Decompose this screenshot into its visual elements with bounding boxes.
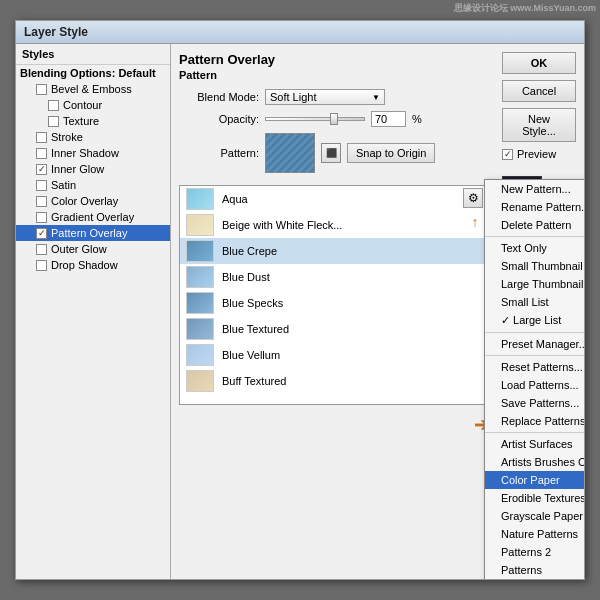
opacity-percent: % — [412, 113, 422, 125]
blend-mode-row: Blend Mode: Soft Light ▼ — [179, 89, 486, 105]
style-item-satin[interactable]: Satin — [16, 177, 170, 193]
pattern-item-blue-vellum[interactable]: Blue Vellum — [180, 342, 485, 368]
menu-divider-4 — [485, 432, 584, 433]
pattern-thumb-buff — [186, 370, 214, 392]
blend-mode-dropdown[interactable]: Soft Light ▼ — [265, 89, 385, 105]
pattern-name-blue-crepe: Blue Crepe — [222, 245, 277, 257]
contour-checkbox[interactable] — [48, 100, 59, 111]
opacity-row: Opacity: % — [179, 111, 486, 127]
gear-icon[interactable]: ⚙ — [463, 188, 483, 208]
menu-item-nature-patterns[interactable]: Nature Patterns — [485, 525, 584, 543]
style-item-contour[interactable]: Contour — [16, 97, 170, 113]
menu-item-grayscale-paper[interactable]: Grayscale Paper — [485, 507, 584, 525]
texture-checkbox[interactable] — [48, 116, 59, 127]
pattern-name-blue-dust: Blue Dust — [222, 271, 270, 283]
menu-divider-3 — [485, 355, 584, 356]
menu-item-rename-pattern[interactable]: Rename Pattern... — [485, 198, 584, 216]
menu-item-load-patterns[interactable]: Load Patterns... — [485, 376, 584, 394]
menu-item-artists-brushes-canvas[interactable]: Artists Brushes Canvas — [485, 453, 584, 471]
menu-item-new-pattern[interactable]: New Pattern... — [485, 180, 584, 198]
style-item-inner-shadow[interactable]: Inner Shadow — [16, 145, 170, 161]
style-item-gradient-overlay[interactable]: Gradient Overlay — [16, 209, 170, 225]
pattern-options-icon[interactable]: ⬛ — [321, 143, 341, 163]
pattern-overlay-checkbox[interactable] — [36, 228, 47, 239]
satin-checkbox[interactable] — [36, 180, 47, 191]
menu-item-small-list[interactable]: Small List — [485, 293, 584, 311]
pattern-thumb-blue-specks — [186, 292, 214, 314]
pattern-thumb-blue-vellum — [186, 344, 214, 366]
drop-shadow-checkbox[interactable] — [36, 260, 47, 271]
menu-item-replace-patterns[interactable]: Replace Patterns... — [485, 412, 584, 430]
menu-item-artist-surfaces[interactable]: Artist Surfaces — [485, 435, 584, 453]
pattern-thumb-blue-dust — [186, 266, 214, 288]
menu-item-large-thumbnail[interactable]: Large Thumbnail — [485, 275, 584, 293]
opacity-input[interactable] — [371, 111, 406, 127]
pattern-item-blue-dust[interactable]: Blue Dust — [180, 264, 485, 290]
pattern-name-blue-vellum: Blue Vellum — [222, 349, 280, 361]
style-item-stroke[interactable]: Stroke — [16, 129, 170, 145]
opacity-slider[interactable] — [265, 117, 365, 121]
style-item-drop-shadow[interactable]: Drop Shadow — [16, 257, 170, 273]
pattern-thumb-beige — [186, 214, 214, 236]
menu-item-reset-patterns[interactable]: Reset Patterns... — [485, 358, 584, 376]
menu-item-text-only[interactable]: Text Only — [485, 239, 584, 257]
style-item-texture[interactable]: Texture — [16, 113, 170, 129]
pattern-list-container: Aqua Beige with White Fleck... Blue Crep… — [179, 185, 486, 405]
new-style-button[interactable]: New Style... — [502, 108, 576, 142]
style-item-blending[interactable]: Blending Options: Default — [16, 65, 170, 81]
context-menu: New Pattern... Rename Pattern... Delete … — [484, 179, 584, 579]
inner-glow-checkbox[interactable] — [36, 164, 47, 175]
dialog-content: Styles Blending Options: Default Bevel &… — [16, 44, 584, 579]
style-item-inner-glow[interactable]: Inner Glow — [16, 161, 170, 177]
menu-item-preset-manager[interactable]: Preset Manager... — [485, 335, 584, 353]
dialog-title-text: Layer Style — [24, 25, 88, 39]
pattern-list-wrapper: Aqua Beige with White Fleck... Blue Crep… — [179, 179, 486, 405]
pattern-item-blue-specks[interactable]: Blue Specks — [180, 290, 485, 316]
pattern-preview-swatch[interactable] — [265, 133, 315, 173]
inner-shadow-checkbox[interactable] — [36, 148, 47, 159]
preview-row: Preview — [502, 148, 576, 160]
style-item-outer-glow[interactable]: Outer Glow — [16, 241, 170, 257]
preview-checkbox[interactable] — [502, 149, 513, 160]
styles-panel-header: Styles — [16, 44, 170, 65]
opacity-slider-thumb[interactable] — [330, 113, 338, 125]
cancel-button[interactable]: Cancel — [502, 80, 576, 102]
pattern-item-blue-crepe[interactable]: Blue Crepe — [180, 238, 485, 264]
blend-mode-value: Soft Light — [270, 91, 316, 103]
stroke-checkbox[interactable] — [36, 132, 47, 143]
pattern-name-blue-specks: Blue Specks — [222, 297, 283, 309]
bevel-checkbox[interactable] — [36, 84, 47, 95]
watermark-text: 思缘设计论坛 www.MissYuan.com — [454, 2, 596, 15]
style-item-bevel[interactable]: Bevel & Emboss — [16, 81, 170, 97]
scroll-up-arrow-icon[interactable]: ↑ — [467, 214, 483, 230]
ok-button[interactable]: OK — [502, 52, 576, 74]
outer-glow-checkbox[interactable] — [36, 244, 47, 255]
menu-item-color-paper[interactable]: Color Paper — [485, 471, 584, 489]
pattern-label: Pattern: — [179, 147, 259, 159]
menu-item-patterns[interactable]: Patterns — [485, 561, 584, 579]
pattern-item-aqua[interactable]: Aqua — [180, 186, 485, 212]
menu-item-small-thumbnail[interactable]: Small Thumbnail — [485, 257, 584, 275]
blend-mode-label: Blend Mode: — [179, 91, 259, 103]
pattern-thumb-blue-textured — [186, 318, 214, 340]
pattern-item-beige[interactable]: Beige with White Fleck... — [180, 212, 485, 238]
blending-label: Blending Options: Default — [20, 67, 156, 79]
dialog-title-bar: Layer Style 思缘设计论坛 www.MissYuan.com — [16, 21, 584, 44]
menu-item-save-patterns[interactable]: Save Patterns... — [485, 394, 584, 412]
menu-item-erodible-textures[interactable]: Erodible Textures — [485, 489, 584, 507]
snap-to-origin-button[interactable]: Snap to Origin — [347, 143, 435, 163]
menu-item-delete-pattern[interactable]: Delete Pattern — [485, 216, 584, 234]
style-item-color-overlay[interactable]: Color Overlay — [16, 193, 170, 209]
styles-panel: Styles Blending Options: Default Bevel &… — [16, 44, 171, 579]
pattern-list[interactable]: Aqua Beige with White Fleck... Blue Crep… — [180, 186, 485, 404]
pattern-item-buff[interactable]: Buff Textured — [180, 368, 485, 394]
style-item-pattern-overlay[interactable]: Pattern Overlay — [16, 225, 170, 241]
menu-item-patterns-2[interactable]: Patterns 2 — [485, 543, 584, 561]
menu-item-large-list[interactable]: Large List — [485, 311, 584, 330]
gradient-overlay-checkbox[interactable] — [36, 212, 47, 223]
opacity-label: Opacity: — [179, 113, 259, 125]
pattern-item-blue-textured[interactable]: Blue Textured — [180, 316, 485, 342]
blend-mode-arrow-icon: ▼ — [372, 93, 380, 102]
color-overlay-checkbox[interactable] — [36, 196, 47, 207]
pattern-name-beige: Beige with White Fleck... — [222, 219, 342, 231]
